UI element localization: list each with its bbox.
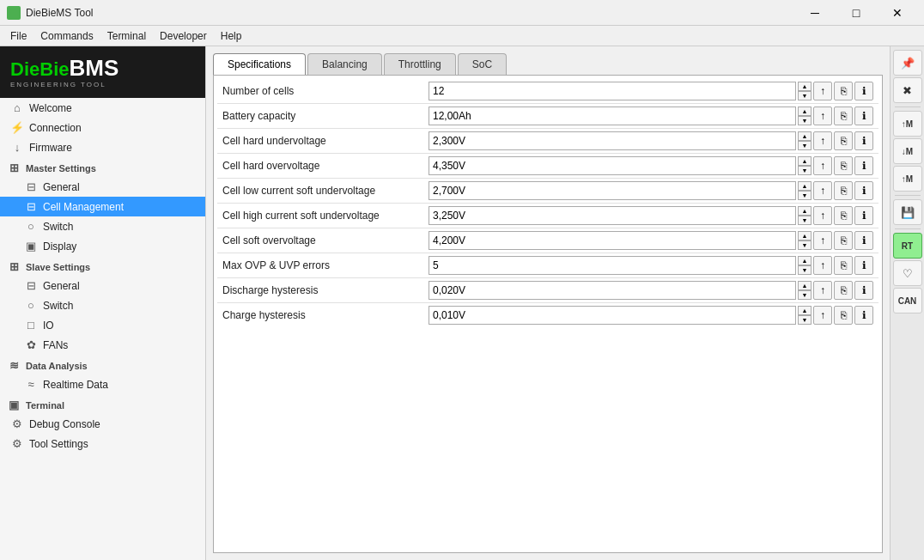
setting-input-1[interactable] [429, 107, 796, 125]
setting-input-0[interactable] [429, 82, 796, 100]
tabs-container: Specifications Balancing Throttling SoC [206, 46, 890, 75]
sidebar-item-cell-management[interactable]: ⊟ Cell Management [0, 197, 205, 216]
info-btn-8[interactable]: ℹ [854, 281, 873, 300]
upload-btn-1[interactable]: ↑ [813, 107, 832, 125]
setting-input-8[interactable] [429, 281, 796, 300]
upload-btn-7[interactable]: ↑ [813, 256, 832, 275]
info-btn-7[interactable]: ℹ [854, 256, 873, 275]
table-row: Charge hysteresis ▲ ▼ ↑ ⎘ ℹ [217, 303, 878, 328]
menu-developer[interactable]: Developer [153, 26, 214, 46]
menu-terminal[interactable]: Terminal [100, 26, 153, 46]
spin-up-6[interactable]: ▲ [798, 231, 812, 240]
copy-btn-0[interactable]: ⎘ [834, 82, 853, 100]
setting-input-9[interactable] [429, 306, 796, 325]
sidebar-item-welcome[interactable]: ⌂ Welcome [0, 98, 205, 118]
maximize-button[interactable]: □ [836, 0, 876, 26]
sidebar-item-realtime-data[interactable]: ≈ Realtime Data [0, 374, 205, 394]
setting-input-6[interactable] [429, 231, 796, 250]
spin-up-2[interactable]: ▲ [798, 131, 812, 141]
copy-btn-9[interactable]: ⎘ [834, 306, 853, 325]
setting-input-2[interactable] [429, 131, 796, 150]
sidebar-item-general-slave[interactable]: ⊟ General [0, 276, 205, 295]
tab-soc[interactable]: SoC [458, 53, 507, 75]
upload-btn-5[interactable]: ↑ [813, 206, 832, 225]
sidebar-item-connection[interactable]: ⚡ Connection [0, 118, 205, 137]
sidebar-item-firmware[interactable]: ↓ Firmware [0, 137, 205, 157]
upload-btn-8[interactable]: ↑ [813, 281, 832, 300]
copy-btn-4[interactable]: ⎘ [834, 181, 853, 200]
sidebar-item-general-master[interactable]: ⊟ General [0, 177, 205, 197]
menu-help[interactable]: Help [214, 26, 249, 46]
can-button[interactable]: CAN [893, 288, 922, 313]
spin-down-7[interactable]: ▼ [798, 265, 812, 275]
pin-cross-button[interactable]: ✖ [893, 77, 922, 103]
setting-input-7[interactable] [429, 256, 796, 275]
copy-btn-3[interactable]: ⎘ [834, 156, 853, 175]
copy-btn-2[interactable]: ⎘ [834, 131, 853, 150]
copy-btn-1[interactable]: ⎘ [834, 107, 853, 125]
setting-value-cell: ▲ ▼ ↑ ⎘ ℹ [423, 204, 878, 228]
minimize-button[interactable]: ─ [795, 0, 835, 26]
sidebar-item-io[interactable]: □ IO [0, 315, 205, 335]
sidebar-item-switch-slave[interactable]: ○ Switch [0, 295, 205, 315]
sidebar-item-fans[interactable]: ✿ FANs [0, 335, 205, 355]
upload-btn-6[interactable]: ↑ [813, 231, 832, 250]
spin-down-0[interactable]: ▼ [798, 91, 812, 100]
info-btn-0[interactable]: ℹ [854, 82, 873, 100]
info-btn-3[interactable]: ℹ [854, 156, 873, 175]
sidebar-item-switch-master[interactable]: ○ Switch [0, 216, 205, 236]
upload-btn-9[interactable]: ↑ [813, 306, 832, 325]
realtime-button[interactable]: RT [893, 233, 922, 259]
switch-master-icon: ○ [24, 220, 38, 233]
info-btn-4[interactable]: ℹ [854, 181, 873, 200]
spin-down-4[interactable]: ▼ [798, 191, 812, 200]
setting-input-4[interactable] [429, 181, 796, 200]
setting-input-3[interactable] [429, 156, 796, 175]
upload-btn-3[interactable]: ↑ [813, 156, 832, 175]
copy-btn-6[interactable]: ⎘ [834, 231, 853, 250]
sidebar-item-tool-settings[interactable]: ⚙ Tool Settings [0, 434, 205, 453]
spin-down-3[interactable]: ▼ [798, 166, 812, 175]
spin-up-4[interactable]: ▲ [798, 181, 812, 191]
sidebar-item-debug-console[interactable]: ⚙ Debug Console [0, 414, 205, 434]
info-btn-5[interactable]: ℹ [854, 206, 873, 225]
close-button[interactable]: ✕ [878, 0, 917, 26]
sidebar-item-display[interactable]: ▣ Display [0, 236, 205, 256]
spin-down-2[interactable]: ▼ [798, 141, 812, 150]
spin-up-0[interactable]: ▲ [798, 82, 812, 91]
upload-btn-2[interactable]: ↑ [813, 131, 832, 150]
download-master-button[interactable]: ↓M [893, 138, 922, 164]
spin-down-8[interactable]: ▼ [798, 290, 812, 300]
spin-up-3[interactable]: ▲ [798, 156, 812, 166]
info-btn-2[interactable]: ℹ [854, 131, 873, 150]
save-button[interactable]: 💾 [893, 199, 922, 225]
info-btn-6[interactable]: ℹ [854, 231, 873, 250]
upload-btn-0[interactable]: ↑ [813, 82, 832, 100]
spin-down-6[interactable]: ▼ [798, 240, 812, 250]
setting-input-5[interactable] [429, 206, 796, 225]
tab-throttling[interactable]: Throttling [384, 53, 456, 75]
tab-specifications[interactable]: Specifications [213, 53, 306, 75]
heart-button[interactable]: ♡ [893, 260, 922, 286]
spin-up-9[interactable]: ▲ [798, 306, 812, 315]
copy-btn-5[interactable]: ⎘ [834, 206, 853, 225]
spin-up-1[interactable]: ▲ [798, 107, 812, 116]
copy-btn-8[interactable]: ⎘ [834, 281, 853, 300]
pin-top-button[interactable]: 📌 [893, 50, 922, 76]
upload-btn-4[interactable]: ↑ [813, 181, 832, 200]
spin-down-9[interactable]: ▼ [798, 315, 812, 325]
table-row: Number of cells ▲ ▼ ↑ ⎘ ℹ [217, 79, 878, 104]
tab-balancing[interactable]: Balancing [307, 53, 382, 75]
copy-btn-7[interactable]: ⎘ [834, 256, 853, 275]
upload-master-button[interactable]: ↑M [893, 111, 922, 137]
spin-up-5[interactable]: ▲ [798, 206, 812, 216]
info-btn-1[interactable]: ℹ [854, 107, 873, 125]
spin-down-1[interactable]: ▼ [798, 116, 812, 125]
menu-file[interactable]: File [3, 26, 33, 46]
upload2-button[interactable]: ↑M [893, 166, 922, 192]
spin-up-7[interactable]: ▲ [798, 256, 812, 265]
info-btn-9[interactable]: ℹ [854, 306, 873, 325]
spin-up-8[interactable]: ▲ [798, 281, 812, 290]
menu-commands[interactable]: Commands [33, 26, 100, 46]
spin-down-5[interactable]: ▼ [798, 216, 812, 225]
